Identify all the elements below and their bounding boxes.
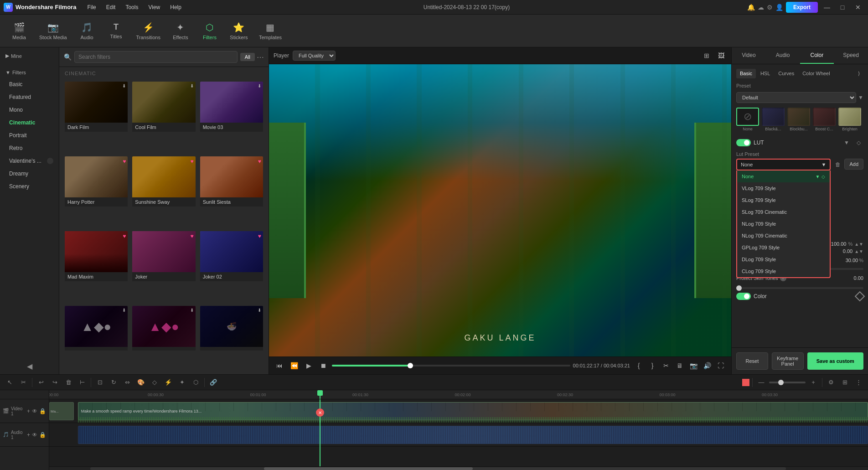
filter-squid1[interactable]: ▲◆● ⬇ xyxy=(64,305,129,372)
tool-media[interactable]: 🎬 Media xyxy=(5,19,33,43)
search-input[interactable] xyxy=(74,51,238,63)
tl-delete-btn[interactable]: 🗑 xyxy=(62,377,74,388)
in-point-icon[interactable]: { xyxy=(633,360,645,372)
lut-option-slog709[interactable]: SLog 709 Style xyxy=(737,194,830,206)
tl-speed-btn[interactable]: ⚡ xyxy=(162,377,174,388)
audio-track-lock[interactable]: 🔒 xyxy=(39,432,46,438)
tab-speed[interactable]: Speed xyxy=(834,47,868,64)
tool-stickers[interactable]: ⭐ Stickers xyxy=(225,19,253,43)
quality-select[interactable]: Full Quality xyxy=(293,51,336,61)
video-track-add[interactable]: + xyxy=(27,408,30,414)
tl-link-btn[interactable]: 🔗 xyxy=(207,377,219,388)
volume-icon[interactable]: 🔊 xyxy=(701,360,713,372)
preset-none[interactable]: ⊘ None xyxy=(736,108,759,131)
mine-header[interactable]: ▶ Mine xyxy=(0,50,59,62)
sidebar-item-valentines[interactable]: Valentine's ... xyxy=(0,155,59,167)
sidebar-item-portrait[interactable]: Portrait xyxy=(0,129,59,142)
video-track-lock[interactable]: 🔒 xyxy=(39,408,46,414)
lut-diamond-icon[interactable]: ◇ xyxy=(853,138,863,148)
sidebar-item-cinematic[interactable]: Cinematic xyxy=(0,116,59,129)
fullscreen-icon[interactable]: ⛶ xyxy=(715,360,727,372)
scrollbar-track[interactable] xyxy=(90,467,786,470)
lut-option-nlog709[interactable]: NLog 709 Style xyxy=(737,218,830,230)
preset-expand-icon[interactable]: ▼ xyxy=(858,94,863,101)
tab-video[interactable]: Video xyxy=(732,47,766,64)
lut-option-slog709c[interactable]: SLog 709 Cinematic xyxy=(737,206,830,218)
filters-header[interactable]: ▼ Filters xyxy=(0,67,59,78)
reset-button[interactable]: Reset xyxy=(736,352,768,370)
export-button[interactable]: Export xyxy=(786,2,818,13)
lut-expand-icon[interactable]: ▼ xyxy=(842,138,852,148)
scrollbar-thumb-h[interactable] xyxy=(264,467,473,470)
account-icon[interactable]: 👤 xyxy=(775,4,783,11)
audio-clip[interactable] xyxy=(78,426,868,444)
lut-trash-icon[interactable]: 🗑 xyxy=(835,161,841,168)
sidebar-item-basic[interactable]: Basic xyxy=(0,78,59,91)
lut-option-nlog709c[interactable]: NLog 709 Cinematic xyxy=(737,230,830,242)
progress-thumb[interactable] xyxy=(408,363,413,368)
pre-clip[interactable]: Ma... xyxy=(49,402,74,420)
subtab-basic[interactable]: Basic xyxy=(736,69,756,78)
preset-brighten[interactable]: Brighten xyxy=(838,108,861,131)
tool-effects[interactable]: ✦ Effects xyxy=(167,19,194,43)
tab-color[interactable]: Color xyxy=(800,47,834,64)
lut-option-vlog709[interactable]: VLog 709 Style xyxy=(737,182,830,194)
protect-slider[interactable] xyxy=(736,287,863,289)
play-btn[interactable]: ▶ xyxy=(303,360,315,372)
aspect-ratio-icon[interactable]: ⊞ xyxy=(701,50,712,61)
lut-option-none[interactable]: None ▼ ◇ xyxy=(737,170,830,182)
audio-track-add[interactable]: + xyxy=(27,432,30,438)
step-back-btn[interactable]: ⏪ xyxy=(288,360,300,372)
progress-bar[interactable] xyxy=(332,365,570,367)
preset-blackb[interactable]: Black&... xyxy=(762,108,785,131)
menu-tools[interactable]: Tools xyxy=(121,2,143,12)
tl-keyframe-btn[interactable]: ◇ xyxy=(149,377,160,388)
none-expand-icon[interactable]: ▼ xyxy=(816,174,820,179)
tl-zoom-out-btn[interactable]: — xyxy=(755,377,767,388)
audio-track-eye[interactable]: 👁 xyxy=(32,432,37,438)
menu-file[interactable]: File xyxy=(83,2,100,12)
lut-option-dlog709[interactable]: DLog 709 Style xyxy=(737,253,830,265)
close-button[interactable]: ✕ xyxy=(852,1,864,14)
tl-zoom-slider[interactable] xyxy=(769,382,806,383)
tl-color-btn[interactable]: 🎨 xyxy=(135,377,147,388)
tl-rotate-btn[interactable]: ↻ xyxy=(108,377,119,388)
notification-icon[interactable]: 🔔 xyxy=(747,4,755,11)
video-track-eye[interactable]: 👁 xyxy=(32,408,37,414)
maximize-button[interactable]: □ xyxy=(836,1,849,14)
tool-titles[interactable]: T Titles xyxy=(103,20,130,42)
filter-cool-film[interactable]: ⬇ Cool Film xyxy=(131,81,196,153)
tl-mirror-btn[interactable]: ⇔ xyxy=(121,377,133,388)
cloud-icon[interactable]: ☁ xyxy=(758,4,764,11)
tl-razor-btn[interactable]: ✂ xyxy=(17,377,29,388)
tl-cursor-btn[interactable]: ↖ xyxy=(4,377,16,388)
out-point-icon[interactable]: } xyxy=(646,360,658,372)
preset-select[interactable]: Default xyxy=(736,92,856,103)
subtab-curves[interactable]: Curves xyxy=(775,69,798,78)
tool-templates[interactable]: ▦ Templates xyxy=(254,19,286,43)
sidebar-item-mono[interactable]: Mono xyxy=(0,103,59,116)
monitor-icon[interactable]: 🖥 xyxy=(674,360,686,372)
sidebar-item-scenery[interactable]: Scenery xyxy=(0,180,59,193)
trim-icon[interactable]: ✂ xyxy=(660,360,672,372)
settings-icon[interactable]: ⚙ xyxy=(767,4,773,11)
minimize-button[interactable]: — xyxy=(821,1,833,14)
skip-back-btn[interactable]: ⏮ xyxy=(274,360,285,372)
filter-sunlit-siesta[interactable]: ♥ Sunlit Siesta xyxy=(199,155,264,227)
tl-undo-btn[interactable]: ↩ xyxy=(35,377,47,388)
camera-icon[interactable]: 📷 xyxy=(687,360,699,372)
preset-boost[interactable]: Boost C... xyxy=(813,108,836,131)
filter-joker[interactable]: ♥ Joker xyxy=(131,230,196,302)
none-diamond-icon[interactable]: ◇ xyxy=(822,174,825,179)
save-custom-button[interactable]: Save as custom xyxy=(807,352,864,370)
tl-expand-btn[interactable]: ⋮ xyxy=(852,377,864,388)
lut-toggle[interactable] xyxy=(736,139,751,146)
sidebar-item-dreamy[interactable]: Dreamy xyxy=(0,167,59,180)
stop-btn[interactable]: ⏹ xyxy=(317,360,329,372)
tl-crop-btn[interactable]: ⊡ xyxy=(94,377,106,388)
keyframe-panel-button[interactable]: Keyframe Panel xyxy=(772,352,804,370)
lut-option-clog709[interactable]: CLog 709 Style xyxy=(737,265,830,277)
tool-filters[interactable]: ⬡ Filters xyxy=(196,19,223,43)
collapse-sidebar-btn[interactable]: ◀ xyxy=(27,362,32,371)
menu-help[interactable]: Help xyxy=(165,2,186,12)
